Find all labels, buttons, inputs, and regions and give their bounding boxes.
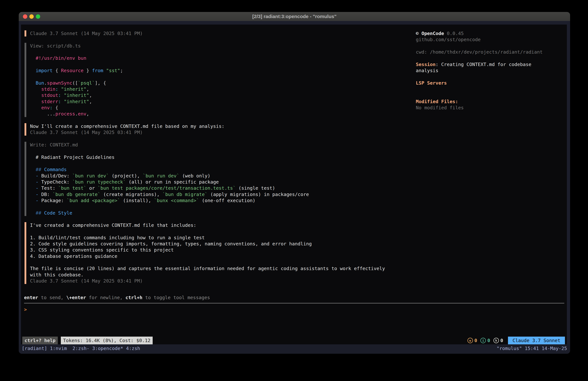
- text-line: [30, 203, 385, 210]
- text-line: © OpenCode 0.0.45: [416, 30, 565, 37]
- text-line: [30, 228, 385, 235]
- warning-diagnostic: w0: [467, 338, 477, 343]
- titlebar: [2/3] radiant:3:opencode - "romulus": [19, 12, 570, 21]
- help-chip: ctrl+? help: [22, 336, 58, 344]
- text-line: The file is concise (20 lines) and captu…: [30, 265, 385, 271]
- tmux-client-info: "romulus" 15:41 14-May-25: [497, 345, 567, 352]
- text-line: [416, 74, 565, 80]
- text-line: Now I'll create a comprehensive CONTEXT.…: [30, 123, 385, 129]
- input-helper: enter to send, \+enter for newline, ctrl…: [24, 294, 564, 301]
- text-line: Claude 3.7 Sonnet (14 May 2025 03:41 PM): [30, 278, 385, 284]
- tool-call-block: View: script/db.ts #!/usr/bin/env bun im…: [24, 43, 385, 117]
- text-line: # Radiant Project Guidelines: [30, 154, 385, 160]
- text-line: [30, 49, 385, 55]
- assistant-message-block: I've created a comprehensive CONTEXT.md …: [24, 222, 385, 284]
- text-line: [416, 43, 565, 49]
- text-line: ...process.env,: [30, 111, 385, 117]
- text-line: ## Commands: [30, 166, 385, 173]
- text-line: 4. Database operations guidance: [30, 253, 385, 259]
- sidebar: © OpenCode 0.0.45github.com/sst/opencode…: [416, 30, 565, 111]
- text-line: - Test: `bun test` or `bun test packages…: [30, 185, 385, 191]
- status-bar: ctrl+? help Tokens: 16.4K (8%), Cost: $0…: [22, 336, 565, 344]
- text-line: Bun.spawnSync([`psql`], {: [30, 80, 385, 86]
- text-line: stdout: "inherit",: [30, 92, 385, 98]
- diagnostics: w0i0h0: [467, 338, 506, 343]
- text-line: Claude 3.7 Sonnet (14 May 2025 03:41 PM): [30, 129, 385, 135]
- minimize-button[interactable]: [29, 14, 34, 19]
- text-line: [30, 160, 385, 166]
- window-title: [2/3] radiant:3:opencode - "romulus": [252, 14, 336, 19]
- zoom-button[interactable]: [36, 14, 40, 19]
- hint-diagnostic: h0: [493, 338, 503, 343]
- text-line: import { Resource } from "sst";: [30, 67, 385, 74]
- opencode-tui: Claude 3.7 Sonnet (14 May 2025 03:41 PM)…: [21, 24, 567, 344]
- text-line: stderr: "inherit",: [30, 98, 385, 105]
- info-count: 0: [487, 338, 490, 343]
- traffic-lights: [23, 12, 40, 21]
- close-button[interactable]: [23, 14, 27, 19]
- text-line: github.com/sst/opencode: [416, 37, 565, 43]
- text-line: [416, 86, 565, 92]
- input-area: enter to send, \+enter for newline, ctrl…: [24, 294, 564, 313]
- text-line: 2. Code style guidelines covering import…: [30, 241, 385, 247]
- text-line: with this codebase.: [30, 272, 385, 278]
- assistant-message-block: Claude 3.7 Sonnet (14 May 2025 03:41 PM): [24, 30, 385, 37]
- text-line: env: {: [30, 105, 385, 111]
- tmux-status-bar: [radiant] 1:nvim 2:zsh- 3:opencode* 4:zs…: [19, 344, 570, 354]
- terminal-content: Claude 3.7 Sonnet (14 May 2025 03:41 PM)…: [19, 21, 570, 354]
- warning-count: 0: [474, 338, 477, 343]
- text-line: - Build/Dev: `bun run dev` (project), `b…: [30, 173, 385, 179]
- text-line: - DB: `bun db generate` (create migratio…: [30, 191, 385, 198]
- text-line: [30, 259, 385, 265]
- prompt-input[interactable]: >: [24, 306, 564, 313]
- tmux-session-windows: [radiant] 1:nvim 2:zsh- 3:opencode* 4:zs…: [22, 345, 140, 352]
- text-line: ## Code Style: [30, 210, 385, 216]
- text-line: - TypeCheck: `bun run typecheck` (all) o…: [30, 179, 385, 185]
- text-line: [30, 148, 385, 154]
- assistant-message-block: Now I'll create a comprehensive CONTEXT.…: [24, 123, 385, 135]
- text-line: #!/usr/bin/env bun: [30, 55, 385, 61]
- text-line: Modified Files:: [416, 98, 565, 105]
- text-line: [416, 92, 565, 98]
- text-line: cwd: /home/thdxr/dev/projects/radiant/ra…: [416, 49, 565, 55]
- text-line: LSP Servers: [416, 80, 565, 86]
- text-line: Session: Creating CONTEXT.md for codebas…: [416, 61, 565, 67]
- text-line: View: script/db.ts: [30, 43, 385, 49]
- input-separator: [24, 303, 564, 304]
- text-line: - Package: `bun add <package>` (install)…: [30, 198, 385, 203]
- prompt-chevron-icon: >: [24, 307, 27, 312]
- warning-icon: w: [467, 338, 473, 343]
- text-line: analysis: [416, 67, 565, 74]
- model-badge: Claude 3.7 Sonnet: [508, 336, 565, 344]
- text-line: Write: CONTEXT.md: [30, 142, 385, 148]
- text-line: [30, 61, 385, 67]
- text-line: [416, 55, 565, 61]
- text-line: I've created a comprehensive CONTEXT.md …: [30, 222, 385, 228]
- hint-count: 0: [500, 338, 503, 343]
- info-diagnostic: i0: [480, 338, 490, 343]
- chat-log: Claude 3.7 Sonnet (14 May 2025 03:41 PM)…: [24, 30, 385, 284]
- terminal-window: [2/3] radiant:3:opencode - "romulus" Cla…: [19, 12, 570, 354]
- text-line: 1. Build/lint/test commands including ho…: [30, 235, 385, 241]
- info-icon: i: [480, 338, 486, 343]
- text-line: Claude 3.7 Sonnet (14 May 2025 03:41 PM): [30, 30, 385, 37]
- hint-icon: h: [493, 338, 499, 343]
- text-line: stdin: "inherit",: [30, 86, 385, 92]
- tool-call-block: Write: CONTEXT.md # Radiant Project Guid…: [24, 142, 385, 216]
- text-line: No modified files: [416, 105, 565, 111]
- tokens-cost-chip: Tokens: 16.4K (8%), Cost: $0.12: [61, 336, 153, 344]
- text-line: [30, 74, 385, 80]
- text-line: 3. CSS styling conventions specific to t…: [30, 247, 385, 253]
